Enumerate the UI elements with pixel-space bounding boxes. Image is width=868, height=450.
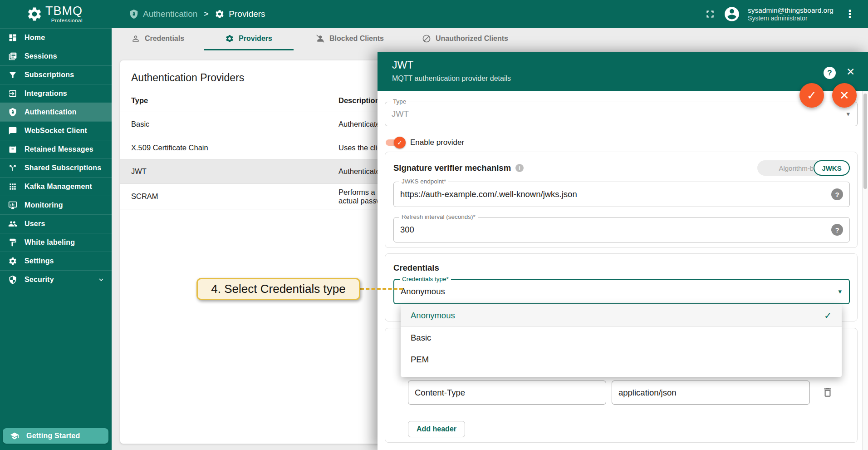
school-icon [10,431,19,440]
page-title: Authentication Providers [131,72,244,84]
annotation-callout: 4. Select Credentials type [196,278,360,300]
breadcrumb: Authentication > Providers [129,9,265,19]
credentials-type-dropdown: Anonymous ✓ Basic PEM [401,304,842,377]
provider-type-select: Type JWT ▾ [385,102,858,126]
header-value-input[interactable] [612,381,810,405]
sidebar-item-retained-messages[interactable]: Retained Messages [0,140,112,158]
help-icon[interactable]: ? [831,188,843,200]
sidebar-item-monitoring[interactable]: Monitoring [0,196,112,214]
chevron-down-icon [97,276,105,284]
sidebar-item-security[interactable]: Security [0,270,112,289]
tab-providers[interactable]: Providers [204,28,294,50]
tbmq-logo[interactable]: TBMQ Professional [0,5,112,24]
tab-bar: Credentials Providers Blocked Clients Un… [112,28,868,50]
gear-icon [225,34,234,43]
top-bar: TBMQ Professional Authentication > Provi… [0,0,868,28]
enable-provider-label: Enable provider [410,138,464,147]
split-icon [8,163,17,173]
tab-unauthorized-clients[interactable]: Unauthorized Clients [406,28,524,50]
avatar[interactable] [723,5,740,23]
drawer-subtitle: MQTT authentication provider details [392,74,511,83]
info-icon[interactable]: i [515,164,524,172]
divider [385,413,857,413]
tab-blocked-clients[interactable]: Blocked Clients [294,28,406,50]
tbmq-app: TBMQ Professional Authentication > Provi… [0,0,868,450]
chevron-down-icon: ▾ [838,287,842,296]
more-menu-icon[interactable]: ⋮ [841,8,859,20]
apply-changes-button[interactable]: ✓ [799,83,824,108]
sidebar-item-integrations[interactable]: Integrations [0,84,112,103]
help-icon[interactable]: ? [831,224,843,236]
close-icon: ✕ [839,89,849,103]
integration-icon [8,89,17,98]
block-icon [422,34,431,43]
header-key-input[interactable] [408,381,606,405]
user-info: sysadmin@thingsboard.org System administ… [748,6,834,23]
scrollbar-thumb[interactable] [863,94,867,189]
enable-provider-toggle[interactable]: ✓ [385,138,405,147]
shield-lock-icon [129,9,139,19]
discard-changes-button[interactable]: ✕ [832,83,857,108]
sidebar-item-home[interactable]: Home [0,28,112,47]
apps-grid-icon [8,182,17,191]
sessions-icon [8,52,17,61]
getting-started-button[interactable]: Getting Started [3,428,108,444]
sidebar-item-sessions[interactable]: Sessions [0,47,112,65]
user-role: System administrator [748,15,834,23]
sidebar-item-websocket-client[interactable]: WebSocket Client [0,121,112,140]
tab-credentials[interactable]: Credentials [112,28,204,50]
enable-provider-row: ✓ Enable provider [385,136,464,149]
funnel-icon [8,70,17,79]
jwks-endpoint-input[interactable] [394,182,849,207]
shield-icon [8,275,17,284]
sidebar-item-authentication[interactable]: Authentication [0,103,112,121]
user-email: sysadmin@thingsboard.org [748,6,834,15]
paint-icon [8,238,17,247]
sidebar-item-kafka-management[interactable]: Kafka Management [0,177,112,196]
field-label: Type [391,98,408,105]
close-icon[interactable]: ✕ [846,66,855,78]
help-icon[interactable]: ? [824,67,836,79]
drawer-scrollbar[interactable] [862,91,868,450]
sidebar-item-shared-subscriptions[interactable]: Shared Subscriptions [0,158,112,177]
credentials-type-select[interactable]: Credentials type* Anonymous ▾ [393,279,850,304]
person-off-icon [316,34,325,43]
field-value: JWT [392,109,409,119]
breadcrumb-separator: > [204,10,208,19]
jwks-option-selected[interactable]: JWKS [814,160,850,176]
check-icon: ✓ [807,89,817,103]
credentials-title: Credentials [393,263,439,273]
breadcrumb-authentication[interactable]: Authentication [129,9,197,19]
delete-header-icon[interactable] [822,386,834,398]
field-value: Anonymous [401,287,445,297]
breadcrumb-providers[interactable]: Providers [215,9,265,19]
fullscreen-icon[interactable] [704,8,716,20]
add-header-button[interactable]: Add header [408,421,465,437]
signature-verifier-title: Signature verifier mechanism [393,163,511,173]
people-icon [8,219,17,228]
sidebar-item-settings[interactable]: Settings [0,252,112,270]
jwt-provider-drawer: JWT MQTT authentication provider details… [378,52,868,450]
sidebar-item-white-labeling[interactable]: White labeling [0,233,112,252]
brand-edition: Professional [45,18,83,24]
refresh-interval-input[interactable] [394,218,849,242]
topbar-right: sysadmin@thingsboard.org System administ… [704,5,868,23]
option-anonymous[interactable]: Anonymous ✓ [401,304,842,327]
jwks-endpoint-field: JWKS endpoint* ? [393,182,850,207]
option-pem[interactable]: PEM [401,349,842,371]
sidebar-item-users[interactable]: Users [0,214,112,233]
archive-icon [8,145,17,154]
tbmq-logo-icon [26,6,43,22]
refresh-interval-field: Refresh interval (seconds)* ? [393,217,850,242]
option-basic[interactable]: Basic [401,327,842,349]
column-type[interactable]: Type [131,96,338,105]
field-label: Credentials type* [400,276,451,282]
monitor-icon [8,201,17,210]
drawer-header: JWT MQTT authentication provider details… [378,52,868,91]
chat-icon [8,126,17,135]
check-icon: ✓ [397,139,402,146]
sidebar-item-subscriptions[interactable]: Subscriptions [0,65,112,84]
verifier-segmented-control: Algorithm-based JWKS [757,160,850,176]
chevron-down-icon: ▾ [846,110,850,118]
signature-verifier-section: Signature verifier mechanism i Algorithm… [385,152,858,248]
